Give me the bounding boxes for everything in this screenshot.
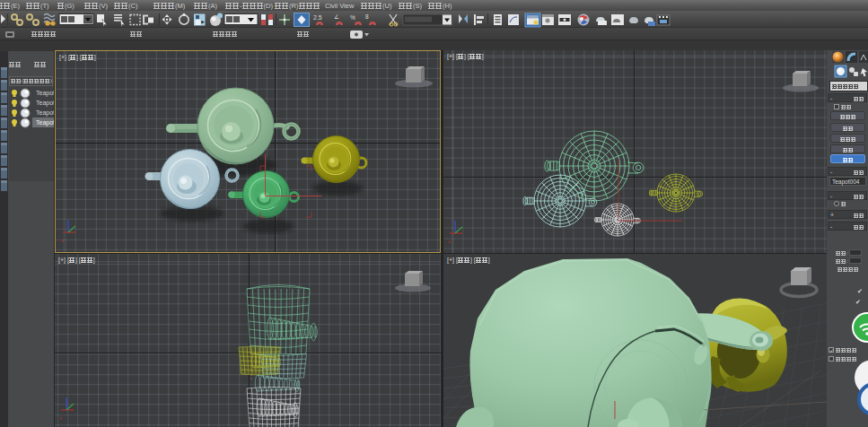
svg-text:Teapot: Teapot (36, 100, 54, 107)
svg-text:x: x (59, 415, 62, 421)
svg-text:∠: ∠ (334, 13, 339, 20)
svg-text:Teapot: Teapot (36, 119, 54, 126)
svg-text:%: % (350, 14, 355, 21)
svg-text:x: x (61, 238, 64, 243)
svg-text:x: x (448, 239, 451, 244)
svg-text:Teapot: Teapot (36, 109, 54, 117)
svg-text:8: 8 (365, 13, 369, 20)
svg-text:2.5: 2.5 (313, 14, 322, 21)
svg-text:Teapot: Teapot (36, 90, 54, 97)
